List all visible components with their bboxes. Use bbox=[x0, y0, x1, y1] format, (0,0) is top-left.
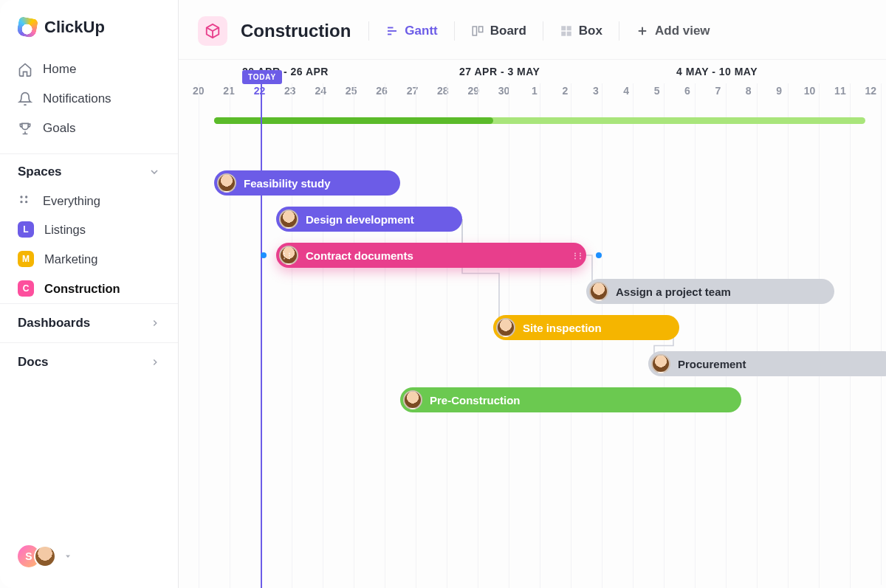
chevron-right-icon bbox=[150, 318, 160, 328]
grid-dots-icon bbox=[18, 193, 32, 208]
svg-rect-12 bbox=[561, 32, 566, 36]
chevron-down-icon bbox=[148, 166, 160, 178]
everything-label: Everything bbox=[43, 194, 100, 208]
board-icon bbox=[471, 24, 484, 38]
primary-nav: Home Notifications Goals bbox=[0, 52, 178, 153]
svg-rect-9 bbox=[478, 27, 482, 32]
box-icon bbox=[560, 24, 573, 38]
svg-point-1 bbox=[25, 196, 27, 198]
nav-notifications[interactable]: Notifications bbox=[0, 84, 178, 114]
cube-icon bbox=[205, 23, 221, 39]
task-bar-pre-construction[interactable]: Pre-Construction bbox=[400, 387, 741, 412]
main: Construction Gantt Board Box Add view 20… bbox=[179, 0, 886, 588]
view-board-label: Board bbox=[490, 24, 526, 38]
docs-section[interactable]: Docs bbox=[0, 342, 178, 381]
spaces-header[interactable]: Spaces bbox=[0, 153, 178, 187]
milestone-dot[interactable] bbox=[261, 252, 267, 258]
assignee-avatar[interactable] bbox=[403, 390, 422, 409]
task-bar-label: Feasibility study bbox=[244, 177, 331, 190]
space-badge: L bbox=[18, 221, 34, 238]
svg-rect-13 bbox=[567, 32, 571, 36]
space-badge: C bbox=[18, 280, 34, 297]
svg-rect-10 bbox=[561, 26, 566, 30]
separator bbox=[619, 21, 619, 41]
spaces-list: LListingsMMarketingCConstruction bbox=[0, 215, 178, 303]
milestone-dot[interactable] bbox=[596, 252, 602, 258]
svg-point-3 bbox=[25, 201, 27, 203]
svg-rect-8 bbox=[473, 27, 476, 35]
user-avatars[interactable]: S bbox=[0, 530, 178, 588]
gantt-icon bbox=[385, 24, 399, 38]
task-bar-site-inspection[interactable]: Site inspection bbox=[493, 315, 679, 340]
assignee-avatar[interactable] bbox=[279, 210, 298, 229]
space-label: Construction bbox=[44, 282, 120, 296]
separator bbox=[454, 21, 455, 41]
nav-notifications-label: Notifications bbox=[43, 91, 111, 106]
assignee-avatar[interactable] bbox=[496, 318, 515, 337]
space-label: Marketing bbox=[44, 252, 97, 266]
space-icon[interactable] bbox=[198, 16, 227, 46]
avatar-member[interactable] bbox=[34, 545, 56, 567]
svg-point-2 bbox=[20, 201, 22, 203]
sidebar: ClickUp Home Notifications Goals Spaces … bbox=[0, 0, 179, 588]
docs-label: Docs bbox=[18, 355, 49, 370]
gantt-timeline[interactable]: 20 APR - 26 APR27 APR - 3 MAY4 MAY - 10 … bbox=[179, 59, 886, 588]
task-bar-feasibility-study[interactable]: Feasibility study bbox=[214, 170, 400, 196]
nav-goals-label: Goals bbox=[43, 121, 75, 136]
caret-down-icon[interactable] bbox=[63, 552, 72, 561]
add-view[interactable]: Add view bbox=[633, 21, 713, 41]
home-icon bbox=[18, 62, 32, 77]
chevron-right-icon bbox=[150, 357, 160, 367]
view-gantt[interactable]: Gantt bbox=[382, 21, 440, 41]
dashboards-label: Dashboards bbox=[18, 316, 90, 331]
nav-goals[interactable]: Goals bbox=[0, 114, 178, 143]
assignee-avatar[interactable] bbox=[279, 246, 298, 265]
svg-rect-11 bbox=[567, 26, 571, 30]
separator bbox=[368, 21, 369, 41]
add-view-label: Add view bbox=[655, 24, 710, 38]
trophy-icon bbox=[18, 121, 32, 136]
task-bar-assign-a-project-team[interactable]: Assign a project team bbox=[586, 279, 834, 304]
separator bbox=[543, 21, 543, 41]
assignee-avatar[interactable] bbox=[589, 282, 608, 301]
task-bar-design-development[interactable]: Design development bbox=[276, 207, 462, 232]
space-badge: M bbox=[18, 251, 34, 267]
brand-logo[interactable]: ClickUp bbox=[0, 0, 178, 52]
brand-mark-icon bbox=[18, 18, 37, 37]
dashboards-section[interactable]: Dashboards bbox=[0, 303, 178, 342]
task-bar-contract-documents[interactable]: Contract documents bbox=[276, 243, 586, 268]
spaces-header-label: Spaces bbox=[18, 165, 62, 179]
toolbar: Construction Gantt Board Box Add view bbox=[179, 0, 886, 59]
assignee-avatar[interactable] bbox=[651, 354, 670, 373]
task-bar-procurement[interactable]: Procurement bbox=[648, 351, 886, 376]
task-bar-label: Site inspection bbox=[523, 322, 602, 334]
nav-home-label: Home bbox=[43, 62, 76, 77]
view-box[interactable]: Box bbox=[557, 21, 605, 41]
sidebar-space-listings[interactable]: LListings bbox=[0, 215, 178, 244]
sidebar-space-construction[interactable]: CConstruction bbox=[0, 274, 178, 303]
everything-item[interactable]: Everything bbox=[0, 187, 178, 215]
brand-name: ClickUp bbox=[44, 18, 105, 37]
today-line: TODAY bbox=[261, 83, 262, 588]
svg-point-0 bbox=[20, 196, 22, 198]
view-board[interactable]: Board bbox=[468, 21, 529, 41]
task-bar-label: Contract documents bbox=[306, 249, 413, 262]
plus-icon bbox=[636, 24, 649, 38]
assignee-avatar[interactable] bbox=[217, 173, 236, 193]
today-badge: TODAY bbox=[242, 70, 282, 84]
sidebar-space-marketing[interactable]: MMarketing bbox=[0, 244, 178, 274]
space-title: Construction bbox=[241, 21, 351, 41]
view-gantt-label: Gantt bbox=[405, 24, 437, 38]
task-bar-label: Design development bbox=[306, 213, 414, 226]
task-bar-label: Procurement bbox=[678, 358, 746, 370]
svg-marker-4 bbox=[66, 556, 70, 558]
task-bar-label: Assign a project team bbox=[616, 286, 731, 298]
nav-home[interactable]: Home bbox=[0, 55, 178, 84]
bell-icon bbox=[18, 91, 32, 106]
task-bar-label: Pre-Construction bbox=[430, 394, 521, 407]
space-label: Listings bbox=[44, 223, 86, 237]
view-box-label: Box bbox=[579, 24, 602, 38]
